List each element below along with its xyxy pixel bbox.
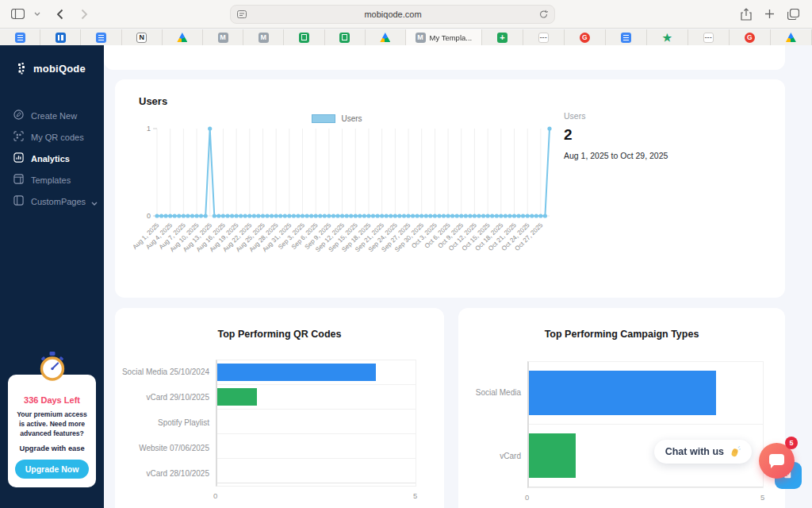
pinned-tab[interactable]: --- [688,29,730,45]
medium-icon: M [218,33,228,43]
google-sheets-icon [339,33,350,43]
bar [529,371,716,415]
sidebar-item-custompages[interactable]: CustomPages [0,190,104,212]
stopwatch-icon [38,352,67,385]
create-new-icon [13,110,24,121]
forward-button[interactable] [81,9,88,20]
x-axis-tick-max: 5 [760,493,764,502]
pinned-tab[interactable] [366,29,406,45]
qr-codes-chart-title: Top Performing QR Codes [115,329,444,340]
sidebar-item-label: Templates [31,175,71,185]
bar-row [217,385,416,410]
sidebar-item-label: My QR codes [31,133,84,142]
pinned-tab[interactable] [40,29,81,45]
pinned-tab[interactable] [606,29,647,45]
stat-value: 2 [564,126,668,144]
x-axis-tick-min: 0 [213,491,217,500]
app-logo-text: mobiQode [33,63,86,75]
google-docs-icon [15,33,25,43]
active-tab-label: My Templa... [430,33,473,42]
qr-codes-icon [13,131,24,143]
pinned-tab[interactable] [284,29,324,45]
upgrade-now-button[interactable]: Upgrade Now [15,460,90,479]
new-tab-icon[interactable] [764,9,775,19]
chat-with-us-pill[interactable]: Chat with us [654,440,752,464]
templates-icon [13,174,24,186]
chat-pill-label: Chat with us [665,446,724,457]
page-header-strip [104,45,785,70]
google-sheets-icon [299,33,309,43]
wave-emoji-icon [729,446,741,458]
trello-icon [56,33,66,43]
share-icon[interactable] [741,8,752,21]
refresh-icon[interactable] [539,10,548,19]
bar-category-label: Website 07/06/2025 [115,444,209,452]
bar-plot-area [527,361,764,488]
sidebar-item-label: CustomPages [31,197,86,206]
chat-unread-badge: 5 [785,437,798,449]
tab-overview-icon[interactable] [787,9,799,20]
bar-row [217,410,416,434]
back-button[interactable] [56,9,63,20]
stat-label: Users [564,111,668,121]
chevron-down-icon [91,198,98,207]
medium-icon: M [416,33,426,43]
legend-label: Users [341,114,362,123]
notion-icon: N [136,33,147,43]
bar [217,388,257,406]
bar-category-label: vCard 28/10/2025 [115,469,209,478]
pinned-tab[interactable] [325,29,366,45]
star-green-icon: ★ [662,33,672,43]
app-logo[interactable]: mobiQode [0,63,104,75]
pinned-tab[interactable]: --- [523,29,565,45]
bar-category-label: Social Media [458,388,521,397]
dashes-icon: --- [538,33,549,43]
sidebar-nav: Create NewMy QR codesAnalyticsTemplatesC… [0,105,104,212]
address-bar[interactable]: mobiqode.com [230,5,555,24]
sidebar-item-templates[interactable]: Templates [0,169,104,190]
sidebar-item-analytics[interactable]: Analytics [0,148,104,169]
sidebar-item-my-qr-codes[interactable]: My QR codes [0,126,104,148]
pinned-tab[interactable] [163,29,203,45]
logo-qr-icon [18,63,30,75]
pinned-tab[interactable] [771,29,812,45]
pinned-tab[interactable]: ★ [647,29,688,45]
sidebar: mobiQode Create NewMy QR codesAnalyticsT… [0,45,104,508]
chevron-down-icon[interactable] [34,12,40,16]
svg-text:1: 1 [147,125,151,133]
reader-view-icon[interactable] [237,10,247,18]
google-drive-icon [380,33,390,43]
google-drive-icon [177,33,187,43]
google-drive-icon [786,33,796,43]
g-red-icon: G [580,33,590,43]
premium-subtext: Upgrade with ease [13,444,90,452]
bar-category-label: Spotify Playlist [115,418,209,427]
google-sheets-plus-icon: + [497,33,508,43]
chat-bubble-icon [769,454,784,465]
pinned-tab[interactable] [0,29,40,45]
users-chart-title: Users [139,95,167,107]
url-text: mobiqode.com [247,10,539,19]
sidebar-toggle-icon[interactable] [11,9,25,19]
pinned-tab[interactable]: N [122,29,163,45]
chart-legend[interactable]: Users [115,114,559,123]
medium-icon: M [259,33,269,43]
google-docs-icon [96,33,106,43]
pinned-tab[interactable] [81,29,121,45]
browser-toolbar: mobiqode.com [0,0,812,29]
x-axis-tick-max: 5 [413,491,417,500]
svg-text:0: 0 [147,212,151,220]
pinned-tab[interactable]: M [203,29,243,45]
pinned-tab[interactable]: + [482,29,523,45]
days-left-label: 336 Days Left [13,395,90,405]
pinned-tab[interactable]: G [730,29,771,45]
bar-plot-area [216,360,416,487]
bar [529,433,576,478]
pinned-tab[interactable]: G [565,29,606,45]
bar-row [217,434,416,459]
pinned-tab[interactable]: M [243,29,284,45]
campaign-chart-title: Top Performing Campaign Types [458,329,785,340]
active-tab[interactable]: MMy Templa... [406,29,482,45]
sidebar-item-create-new[interactable]: Create New [0,105,104,126]
premium-body-text: Your premium access is active. Need more… [13,410,90,438]
